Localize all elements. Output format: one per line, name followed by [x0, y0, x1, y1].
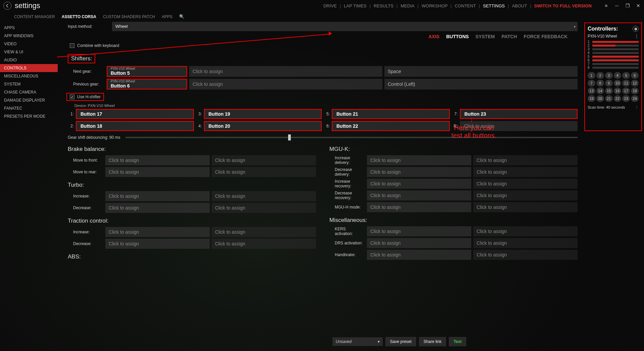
assign-secondary[interactable]: Click to assign [473, 226, 578, 236]
assign-primary[interactable]: Click to assign [105, 203, 210, 213]
assign-secondary[interactable]: Click to assign [212, 239, 316, 249]
tab-ffb[interactable]: FORCE FEEDBACK [524, 34, 568, 39]
more-icon[interactable]: ⋮ [635, 105, 639, 110]
sidebar-chase-camera[interactable]: CHASE CAMERA [0, 88, 58, 96]
sidebar-video[interactable]: VIDEO [0, 40, 58, 48]
nav-results[interactable]: RESULTS [372, 3, 395, 8]
preset-select[interactable]: Unsaved▾ [332, 337, 383, 346]
prev-gear-keyboard[interactable]: Control (Left) [384, 79, 578, 90]
window-minimize[interactable]: ─ [614, 3, 619, 8]
sidebar-fanatec[interactable]: FANATEC [0, 104, 58, 112]
sidebar-view-ui[interactable]: VIEW & UI [0, 48, 58, 56]
subnav-apps[interactable]: APPS [162, 14, 172, 19]
assign-secondary[interactable]: Click to assign [473, 179, 578, 189]
hshifter-slot[interactable]: Button 23 [460, 109, 578, 119]
window-maximize[interactable]: ❐ [625, 3, 630, 8]
controller-button[interactable]: 10 [614, 80, 622, 86]
controller-button[interactable]: 21 [605, 95, 613, 102]
assign-secondary[interactable]: Click to assign [212, 227, 316, 237]
controller-button[interactable]: 7 [588, 80, 595, 86]
assign-secondary[interactable]: Click to assign [212, 167, 316, 177]
debounce-slider[interactable] [125, 137, 578, 138]
controller-button[interactable]: 8 [596, 80, 604, 86]
assign-primary[interactable]: Click to assign [105, 239, 210, 249]
hshifter-slot[interactable]: Button 19 [204, 109, 322, 119]
controller-button[interactable]: 20 [596, 95, 604, 102]
hshifter-slot[interactable]: Button 22 [332, 121, 450, 131]
save-preset-button[interactable]: Save preset [385, 337, 416, 346]
next-gear-primary[interactable]: PXN-V10 Wheel Button 5 [107, 66, 187, 77]
gear-icon[interactable]: ⚙ [633, 26, 639, 32]
controller-button[interactable]: 13 [588, 87, 595, 94]
sidebar-damage-displayer[interactable]: DAMAGE DISPLAYER [0, 96, 58, 104]
assign-primary[interactable]: Click to assign [367, 238, 471, 248]
assign-primary[interactable]: Click to assign [105, 227, 210, 237]
controller-button[interactable]: 24 [631, 95, 639, 102]
assign-primary[interactable]: Click to assign [367, 202, 471, 212]
controller-button[interactable]: 14 [596, 87, 604, 94]
nav-switch-full[interactable]: SWITCH TO FULL VERSION [532, 3, 594, 8]
nav-settings[interactable]: SETTINGS [481, 3, 507, 8]
subnav-assetto-corsa[interactable]: ASSETTO CORSA [62, 14, 96, 19]
controller-button[interactable]: 17 [622, 87, 630, 94]
controller-button[interactable]: 6 [631, 72, 639, 79]
assign-primary[interactable]: Click to assign [367, 226, 471, 236]
assign-secondary[interactable]: Click to assign [212, 203, 316, 213]
assign-primary[interactable]: Click to assign [367, 190, 471, 200]
sidebar-controls[interactable]: CONTROLS [0, 64, 58, 72]
assign-primary[interactable]: Click to assign [367, 155, 471, 165]
assign-secondary[interactable]: Click to assign [473, 202, 578, 212]
assign-primary[interactable]: Click to assign [367, 167, 471, 177]
assign-secondary[interactable]: Click to assign [473, 190, 578, 200]
controller-button[interactable]: 12 [631, 80, 639, 86]
controller-button[interactable]: 9 [605, 80, 613, 86]
assign-primary[interactable]: Click to assign [105, 167, 210, 177]
controller-button[interactable]: 2 [596, 72, 604, 79]
back-button[interactable] [3, 2, 11, 10]
slider-thumb[interactable] [288, 134, 291, 140]
controller-button[interactable]: 11 [622, 80, 630, 86]
controller-button[interactable]: 3 [605, 72, 613, 79]
sidebar-system[interactable]: SYSTEM [0, 80, 58, 88]
assign-secondary[interactable]: Click to assign [212, 155, 316, 165]
input-method-select[interactable]: Wheel [112, 22, 578, 31]
controller-button[interactable]: 4 [614, 72, 622, 79]
search-icon[interactable]: 🔍 [179, 14, 184, 19]
subnav-content-manager[interactable]: CONTENT MANAGER [14, 14, 55, 19]
controller-button[interactable]: 23 [622, 95, 630, 102]
assign-secondary[interactable]: Click to assign [473, 155, 578, 165]
hshifter-slot[interactable]: Button 18 [76, 121, 194, 131]
sidebar-presets-per-mode[interactable]: PRESETS PER MODE [0, 112, 58, 120]
controller-button[interactable]: 19 [588, 95, 595, 102]
assign-secondary[interactable]: Click to assign [473, 238, 578, 248]
hamburger-icon[interactable]: ≡ [604, 3, 608, 8]
hshifter-slot[interactable]: Button 20 [204, 121, 322, 131]
subnav-csp[interactable]: CUSTOM SHADERS PATCH [103, 14, 155, 19]
nav-drive[interactable]: DRIVE [321, 3, 339, 8]
prev-gear-secondary[interactable]: Click to assign [189, 79, 382, 90]
assign-secondary[interactable]: Click to assign [473, 250, 578, 260]
controller-button[interactable]: 16 [614, 87, 622, 94]
tab-buttons[interactable]: BUTTONS [446, 34, 469, 39]
sidebar-misc[interactable]: MISCELLANEOUS [0, 72, 58, 80]
more-icon[interactable]: ⋮ [635, 34, 639, 39]
assign-primary[interactable]: Click to assign [105, 191, 210, 201]
nav-laptimes[interactable]: LAP TIMES [342, 3, 368, 8]
controller-button[interactable]: 5 [622, 72, 630, 79]
window-close[interactable]: ✕ [636, 3, 641, 8]
test-button[interactable]: Test [449, 337, 466, 346]
tab-system[interactable]: SYSTEM [476, 34, 495, 39]
next-gear-keyboard[interactable]: Space [384, 66, 578, 77]
nav-content[interactable]: CONTENT [453, 3, 478, 8]
tab-axis[interactable]: AXIS [428, 34, 439, 39]
sidebar-app-windows[interactable]: APP WINDOWS [0, 32, 58, 40]
next-gear-secondary[interactable]: Click to assign [189, 66, 382, 77]
hshifter-slot[interactable]: Button 21 [332, 109, 450, 119]
tab-patch[interactable]: PATCH [501, 34, 517, 39]
sidebar-apps[interactable]: APPS [0, 24, 58, 32]
assign-primary[interactable]: Click to assign [367, 250, 471, 260]
hshifter-slot[interactable]: Button 17 [76, 109, 194, 119]
nav-workshop[interactable]: WORKSHOP [420, 3, 449, 8]
assign-primary[interactable]: Click to assign [105, 155, 210, 165]
assign-primary[interactable]: Click to assign [367, 179, 471, 189]
